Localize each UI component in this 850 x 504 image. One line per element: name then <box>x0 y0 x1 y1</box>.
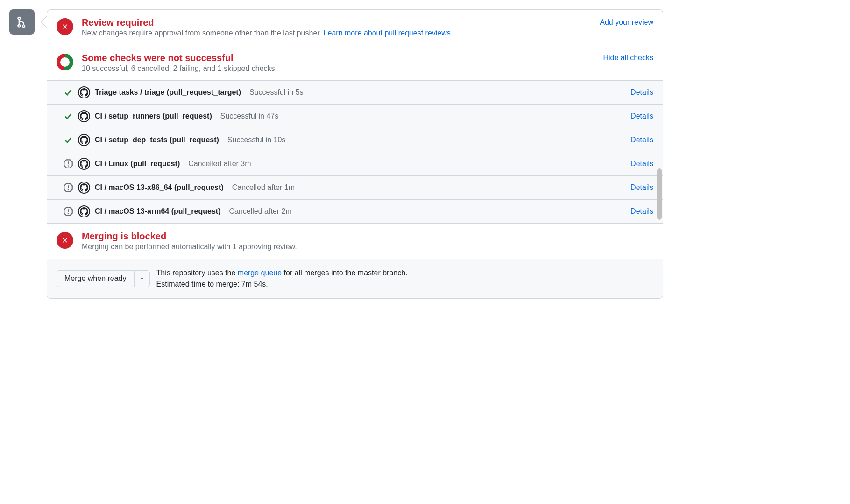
github-actions-avatar <box>78 86 90 98</box>
check-detail: Cancelled after 3m <box>188 160 251 168</box>
merge-dropdown-button[interactable] <box>135 270 150 287</box>
svg-rect-1 <box>68 161 69 164</box>
merge-status-box: Review required New changes require appr… <box>47 9 663 299</box>
check-name: CI / macOS 13-x86_64 (pull_request) <box>95 183 224 192</box>
check-details-link[interactable]: Details <box>630 207 653 216</box>
merge-eta: Estimated time to merge: 7m 54s. <box>156 279 408 290</box>
checks-header-section: Some checks were not successful 10 succe… <box>47 45 663 81</box>
timeline-merge-badge <box>9 9 35 35</box>
check-name: CI / setup_dep_tests (pull_request) <box>95 136 219 144</box>
svg-rect-4 <box>68 185 69 188</box>
error-icon <box>57 18 73 35</box>
add-review-link[interactable]: Add your review <box>600 18 653 27</box>
svg-point-5 <box>68 189 69 190</box>
git-merge-icon <box>16 16 28 28</box>
checks-header-title: Some checks were not successful <box>82 53 653 63</box>
github-actions-avatar <box>78 182 90 194</box>
check-row: CI / setup_dep_tests (pull_request)Succe… <box>47 128 663 152</box>
svg-point-2 <box>68 165 69 167</box>
github-actions-avatar <box>78 205 90 217</box>
merge-blocked-desc: Merging can be performed automatically w… <box>82 243 653 251</box>
check-details-link[interactable]: Details <box>630 112 653 120</box>
check-detail: Successful in 10s <box>227 136 286 144</box>
check-name: CI / macOS 13-arm64 (pull_request) <box>95 207 220 216</box>
merge-when-ready-button[interactable]: Merge when ready <box>57 270 135 287</box>
github-actions-avatar <box>78 158 90 170</box>
check-detail: Successful in 5s <box>249 88 304 97</box>
merge-button-group: Merge when ready <box>57 270 150 287</box>
check-name: Triage tasks / triage (pull_request_targ… <box>95 88 241 97</box>
check-name: CI / setup_runners (pull_request) <box>95 112 212 120</box>
error-icon <box>57 232 73 249</box>
check-details-link[interactable]: Details <box>630 160 653 168</box>
check-row: CI / Linux (pull_request)Cancelled after… <box>47 152 663 175</box>
checks-list-section: Triage tasks / triage (pull_request_targ… <box>47 81 663 224</box>
check-success-icon <box>63 112 73 121</box>
check-details-link[interactable]: Details <box>630 88 653 97</box>
review-required-section: Review required New changes require appr… <box>47 10 663 45</box>
check-row: CI / macOS 13-x86_64 (pull_request)Cance… <box>47 175 663 199</box>
merge-queue-link[interactable]: merge queue <box>238 269 282 277</box>
check-cancelled-icon <box>63 207 73 216</box>
checks-header-summary: 10 successful, 6 cancelled, 2 failing, a… <box>82 64 653 73</box>
merge-blocked-section: Merging is blocked Merging can be perfor… <box>47 224 663 259</box>
github-actions-avatar <box>78 134 90 146</box>
check-details-link[interactable]: Details <box>630 136 653 144</box>
merge-blocked-title: Merging is blocked <box>82 231 653 242</box>
merge-action-section: Merge when ready This repository uses th… <box>47 259 663 298</box>
check-detail: Cancelled after 2m <box>229 207 291 216</box>
check-success-icon <box>63 135 73 145</box>
checks-donut-icon <box>57 54 73 70</box>
github-actions-avatar <box>78 110 90 122</box>
caret-down-icon <box>139 275 145 281</box>
svg-rect-7 <box>68 209 69 212</box>
hide-checks-link[interactable]: Hide all checks <box>603 54 653 62</box>
checks-scrollbar[interactable] <box>657 168 662 220</box>
check-detail: Cancelled after 1m <box>232 183 295 192</box>
svg-point-8 <box>68 213 69 214</box>
learn-more-link[interactable]: Learn more about pull request reviews. <box>324 29 453 37</box>
review-required-title: Review required <box>82 17 653 28</box>
check-row: CI / setup_runners (pull_request)Success… <box>47 104 663 128</box>
check-details-link[interactable]: Details <box>630 183 653 192</box>
check-detail: Successful in 47s <box>220 112 279 120</box>
check-cancelled-icon <box>63 183 73 192</box>
check-name: CI / Linux (pull_request) <box>95 160 180 168</box>
check-row: CI / macOS 13-arm64 (pull_request)Cancel… <box>47 199 663 223</box>
check-cancelled-icon <box>63 159 73 168</box>
merge-info-text: This repository uses the merge queue for… <box>156 267 408 290</box>
check-row: Triage tasks / triage (pull_request_targ… <box>47 81 663 104</box>
check-success-icon <box>63 88 73 97</box>
review-required-desc: New changes require approval from someon… <box>82 29 653 37</box>
